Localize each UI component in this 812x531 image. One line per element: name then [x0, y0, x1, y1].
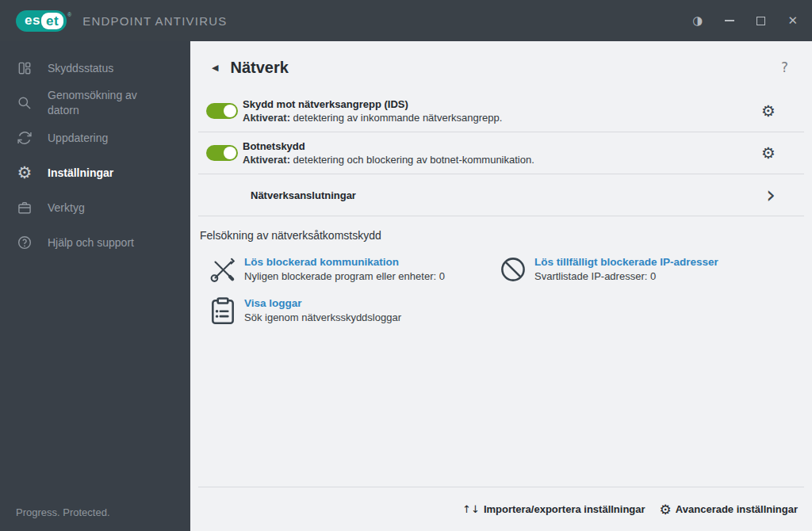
search-icon: [16, 95, 33, 111]
setting-text: Botnetskydd Aktiverat: detektering och b…: [243, 139, 534, 166]
maximize-icon: [756, 17, 765, 25]
link-unblock-ip-addresses: Lös tillfälligt blockerade IP-adresser S…: [498, 254, 804, 285]
link-subtitle: Svartlistade IP-adresser: 0: [534, 269, 718, 284]
product-title: ENDPOINT ANTIVIRUS: [82, 14, 227, 28]
sidebar-item-tools[interactable]: Verktyg: [0, 190, 190, 225]
setting-row-botnet-protection: Botnetskydd Aktiverat: detektering och b…: [198, 132, 804, 174]
import-export-arrows-icon: ↑↓: [462, 503, 480, 515]
status-label: Aktiverat:: [243, 112, 290, 124]
link-text: Lös blockerad kommunikation Nyligen bloc…: [244, 254, 445, 285]
app-window: eset ® ENDPOINT ANTIVIRUS ◑ ✕ Skyddsstat…: [0, 0, 812, 531]
link-text: Lös tillfälligt blockerade IP-adresser S…: [534, 254, 718, 285]
help-icon[interactable]: ?: [781, 59, 788, 75]
setting-row-network-attack-protection: Skydd mot nätverksangrepp (IDS) Aktivera…: [198, 90, 804, 132]
status-text: detektering och blockering av botnet-kom…: [290, 154, 534, 166]
back-button[interactable]: ◀: [212, 63, 218, 73]
sidebar-item-label: Hjälp och support: [48, 235, 134, 250]
logs-clipboard-icon: [208, 296, 238, 326]
sidebar-item-protection-status[interactable]: Skyddsstatus: [0, 51, 190, 86]
sidebar-item-computer-scan[interactable]: Genomsökning av datorn: [0, 86, 190, 120]
sidebar: Skyddsstatus Genomsökning av datorn Uppd…: [0, 41, 190, 531]
unblock-ip-link[interactable]: Lös tillfälligt blockerade IP-adresser: [534, 255, 718, 269]
minimize-icon: [725, 20, 734, 21]
sidebar-item-label: Skyddsstatus: [48, 61, 113, 76]
gear-icon[interactable]: ⚙: [761, 145, 776, 161]
dashboard-icon: [16, 60, 33, 76]
status-label: Aktiverat:: [243, 154, 290, 166]
troubleshooting-links: Lös blockerad kommunikation Nyligen bloc…: [198, 254, 804, 326]
toggle-network-attack-protection[interactable]: [206, 103, 238, 119]
logo-text-et: et: [41, 13, 63, 29]
status-text: detektering av inkommande nätverksangrep…: [290, 112, 502, 124]
setting-title: Botnetskydd: [243, 139, 534, 153]
gear-icon: ⚙: [16, 165, 33, 181]
setting-title: Skydd mot nätverksangrepp (IDS): [243, 97, 502, 111]
eset-logo-pill: eset: [16, 10, 67, 32]
help-circle-icon: [16, 235, 33, 250]
sidebar-item-label: Uppdatering: [48, 131, 108, 146]
page-title: Nätverk: [230, 59, 288, 77]
network-connections-label: Nätverksanslutningar: [251, 189, 356, 202]
link-subtitle: Nyligen blockerade program eller enheter…: [244, 269, 445, 284]
ban-icon: [498, 254, 528, 285]
refresh-icon: [16, 130, 33, 146]
window-controls: ◑ ✕: [692, 13, 812, 28]
network-connections-row[interactable]: Nätverksanslutningar ›: [198, 174, 804, 216]
link-view-logs: Visa loggar Sök igenom nätverksskyddslog…: [208, 296, 498, 326]
slogan-text: Progress. Protected.: [16, 506, 110, 518]
import-export-label: Importera/exportera inställningar: [484, 503, 645, 515]
tools-icon: [208, 254, 238, 285]
advanced-settings-label: Avancerade inställningar: [676, 503, 798, 515]
chevron-right-icon: ›: [766, 187, 776, 203]
gear-icon: ⚙: [660, 502, 672, 518]
toggle-botnet-protection[interactable]: [206, 145, 238, 161]
gear-icon[interactable]: ⚙: [761, 103, 776, 119]
briefcase-icon: [16, 200, 33, 216]
page-header: ◀ Nätverk ?: [190, 41, 812, 90]
settings-rows: Skydd mot nätverksangrepp (IDS) Aktivera…: [198, 90, 804, 216]
content-pane: ◀ Nätverk ? Skydd mot nätverksangrepp (I…: [190, 41, 812, 531]
link-text: Visa loggar Sök igenom nätverksskyddslog…: [244, 296, 401, 326]
setting-text: Skydd mot nätverksangrepp (IDS) Aktivera…: [243, 97, 502, 124]
link-unblock-communication: Lös blockerad kommunikation Nyligen bloc…: [208, 254, 498, 285]
sidebar-item-label: Genomsökning av datorn: [48, 88, 167, 118]
sidebar-item-label: Inställningar: [48, 166, 113, 181]
maximize-button[interactable]: [756, 17, 765, 25]
registered-mark: ®: [67, 12, 71, 17]
logo-text-es: es: [25, 13, 40, 29]
footer-action-bar: ↑↓ Importera/exportera inställningar ⚙ A…: [198, 487, 804, 531]
setting-status: Aktiverat: detektering och blockering av…: [243, 153, 534, 166]
sidebar-item-update[interactable]: Uppdatering: [0, 120, 190, 155]
close-button[interactable]: ✕: [787, 13, 798, 28]
sidebar-item-help-support[interactable]: Hjälp och support: [0, 225, 190, 260]
contrast-theme-icon[interactable]: ◑: [692, 13, 703, 28]
sidebar-item-settings[interactable]: ⚙ Inställningar: [0, 155, 190, 190]
advanced-settings-button[interactable]: ⚙ Avancerade inställningar: [660, 502, 798, 518]
import-export-button[interactable]: ↑↓ Importera/exportera inställningar: [462, 503, 645, 515]
link-subtitle: Sök igenom nätverksskyddsloggar: [244, 311, 401, 325]
minimize-button[interactable]: [725, 20, 734, 21]
unblock-communication-link[interactable]: Lös blockerad kommunikation: [244, 255, 399, 269]
setting-status: Aktiverat: detektering av inkommande nät…: [243, 111, 502, 124]
section-title: Felsökning av nätverksåtkomstskydd: [200, 229, 804, 242]
view-logs-link[interactable]: Visa loggar: [244, 296, 302, 311]
title-bar: eset ® ENDPOINT ANTIVIRUS ◑ ✕: [0, 0, 812, 41]
eset-logo: eset ®: [16, 10, 71, 32]
sidebar-item-label: Verktyg: [48, 201, 85, 216]
